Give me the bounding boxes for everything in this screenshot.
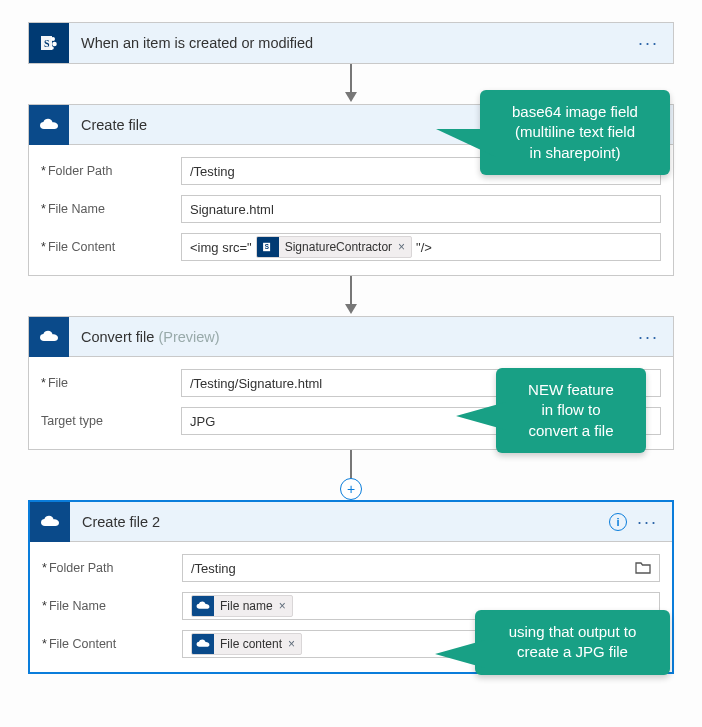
svg-text:S: S [44,38,50,49]
file-label: *File [41,376,181,390]
convert-file-header[interactable]: Convert file (Preview) ··· [29,317,673,357]
onedrive-token-icon [192,595,214,617]
svg-marker-10 [345,304,357,314]
trigger-header[interactable]: S When an item is created or modified ··… [29,23,673,63]
folder-picker-icon[interactable] [631,560,655,577]
convert-file-title: Convert file (Preview) [69,329,638,345]
token-remove-icon[interactable]: × [279,599,286,613]
sharepoint-icon: S [29,23,69,63]
svg-point-2 [51,37,55,41]
callout-new-feature: NEW feature in flow to convert a file [496,368,646,453]
folder-path-label: *Folder Path [42,561,182,575]
onedrive-icon [29,317,69,357]
file-content-input[interactable]: <img src=" S SignatureContractor × "/> [181,233,661,261]
token-remove-icon[interactable]: × [288,637,295,651]
folder-path-input[interactable]: /Testing [182,554,660,582]
create-file-2-title: Create file 2 [70,514,609,530]
add-step-button[interactable]: + [340,478,362,500]
sharepoint-token-icon: S [257,236,279,258]
flow-arrow: + [28,450,674,500]
convert-file-menu-ellipsis-icon[interactable]: ··· [638,328,659,346]
svg-point-3 [52,42,57,47]
file-content-label: *File Content [41,240,181,254]
file-name-token[interactable]: File name × [191,595,293,617]
trigger-card[interactable]: S When an item is created or modified ··… [28,22,674,64]
create-file-2-header[interactable]: Create file 2 i ··· [30,502,672,542]
svg-marker-6 [345,92,357,102]
file-name-input[interactable]: Signature.html [181,195,661,223]
callout-base64: base64 image field (multiline text field… [480,90,670,175]
onedrive-icon [30,502,70,542]
file-name-label: *File Name [42,599,182,613]
onedrive-icon [29,105,69,145]
callout-output: using that output to create a JPG file [475,610,670,675]
target-type-label: Target type [41,414,181,428]
trigger-menu-ellipsis-icon[interactable]: ··· [638,34,659,52]
folder-path-label: *Folder Path [41,164,181,178]
info-icon[interactable]: i [609,513,627,531]
trigger-title: When an item is created or modified [69,35,638,51]
file-content-label: *File Content [42,637,182,651]
signature-token[interactable]: S SignatureContractor × [256,236,412,258]
file-content-token[interactable]: File content × [191,633,302,655]
token-remove-icon[interactable]: × [398,240,405,254]
create-file-2-menu-ellipsis-icon[interactable]: ··· [637,513,658,531]
file-name-label: *File Name [41,202,181,216]
flow-arrow [28,276,674,316]
onedrive-token-icon [192,633,214,655]
svg-point-4 [50,46,54,50]
svg-text:S: S [265,243,269,250]
